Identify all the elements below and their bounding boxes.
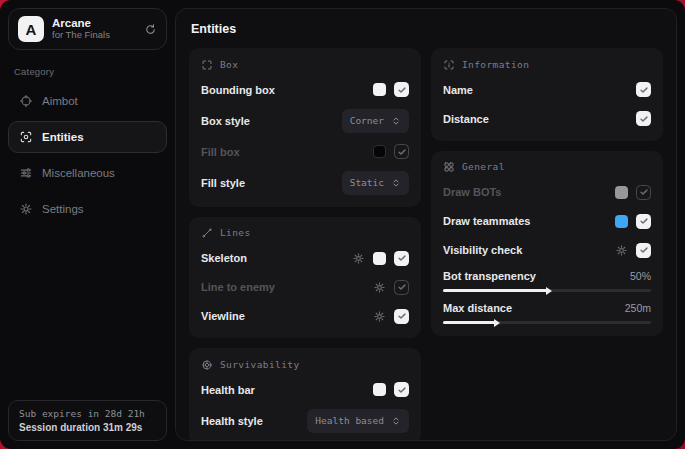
- app-stage: A Arcane for The Finals Category Aimbot …: [0, 0, 685, 449]
- name-checkbox[interactable]: [636, 82, 651, 97]
- box-style-dropdown[interactable]: Corner: [342, 109, 409, 133]
- max-distance-slider[interactable]: [443, 321, 651, 324]
- draw-bots-color-swatch[interactable]: [615, 186, 628, 199]
- sidebar-item-label: Entities: [42, 131, 84, 143]
- line-to-enemy-label: Line to enemy: [201, 281, 275, 293]
- skeleton-label: Skeleton: [201, 252, 247, 264]
- information-card: Information Name Distance: [431, 48, 663, 141]
- app-subtitle: for The Finals: [52, 30, 136, 41]
- max-distance-value: 250m: [625, 302, 651, 314]
- name-row: Name: [443, 80, 651, 100]
- box-card: Box Bounding box Box style: [189, 48, 421, 207]
- visibility-check-checkbox[interactable]: [636, 243, 651, 258]
- info-icon: [443, 58, 455, 71]
- fill-style-dropdown[interactable]: Static: [342, 171, 409, 195]
- line-to-enemy-row: Line to enemy: [201, 277, 409, 297]
- slider-fill: [443, 289, 547, 292]
- sidebar-item-aimbot[interactable]: Aimbot: [8, 85, 167, 117]
- box-style-value: Corner: [350, 115, 384, 126]
- health-bar-checkbox[interactable]: [394, 382, 409, 397]
- card-title: Lines: [220, 227, 251, 238]
- draw-bots-row: Draw BOTs: [443, 182, 651, 202]
- draw-bots-checkbox[interactable]: [636, 185, 651, 200]
- scan-icon: [19, 130, 33, 144]
- right-column: Information Name Distance: [431, 48, 663, 336]
- fill-box-checkbox[interactable]: [394, 144, 409, 159]
- sidebar-item-settings[interactable]: Settings: [8, 193, 167, 225]
- bot-transparency-control: Bot transpenency 50%: [443, 270, 651, 292]
- fill-box-color-swatch[interactable]: [373, 145, 386, 158]
- gear-icon: [19, 202, 33, 216]
- name-label: Name: [443, 84, 473, 96]
- health-bar-color-swatch[interactable]: [373, 383, 386, 396]
- box-icon: [201, 58, 213, 71]
- arcane-window: A Arcane for The Finals Category Aimbot …: [0, 0, 685, 449]
- bot-transparency-value: 50%: [630, 270, 651, 282]
- skeleton-color-swatch[interactable]: [373, 252, 386, 265]
- card-title: Box: [220, 59, 238, 70]
- fill-style-row: Fill style Static: [201, 171, 409, 195]
- line-to-enemy-checkbox[interactable]: [394, 280, 409, 295]
- crosshair-icon: [19, 94, 33, 108]
- visibility-check-row: Visibility check: [443, 240, 651, 260]
- sub-expires-text: Sub expires in 28d 21h: [19, 408, 156, 419]
- card-title: Information: [462, 59, 529, 70]
- sliders-icon: [19, 166, 33, 180]
- sidebar-item-entities[interactable]: Entities: [8, 121, 167, 153]
- subscription-card: Sub expires in 28d 21h Session duration …: [8, 400, 167, 441]
- sidebar-nav: Aimbot Entities Miscellaneous Settings: [8, 85, 167, 225]
- draw-teammates-row: Draw teammates: [443, 211, 651, 231]
- general-card: General Draw BOTs Draw teammates: [431, 151, 663, 337]
- chevron-updown-icon: [391, 412, 401, 430]
- lifebuoy-icon: [201, 358, 213, 371]
- refresh-icon[interactable]: [144, 23, 157, 36]
- health-bar-label: Health bar: [201, 384, 255, 396]
- skeleton-settings-gear-icon[interactable]: [352, 249, 365, 267]
- session-duration-text: Session duration 31m 29s: [19, 422, 156, 433]
- max-distance-label: Max distance: [443, 302, 512, 314]
- sidebar: A Arcane for The Finals Category Aimbot …: [0, 0, 175, 449]
- draw-teammates-checkbox[interactable]: [636, 214, 651, 229]
- box-style-label: Box style: [201, 115, 250, 127]
- skeleton-checkbox[interactable]: [394, 251, 409, 266]
- sidebar-item-miscellaneous[interactable]: Miscellaneous: [8, 157, 167, 189]
- bounding-box-checkbox[interactable]: [394, 82, 409, 97]
- grid-icon: [443, 161, 455, 174]
- fill-style-label: Fill style: [201, 177, 245, 189]
- health-style-label: Health style: [201, 415, 263, 427]
- sidebar-item-label: Settings: [42, 203, 84, 215]
- skeleton-row: Skeleton: [201, 248, 409, 268]
- app-logo-card: A Arcane for The Finals: [8, 8, 167, 50]
- line-to-enemy-settings-gear-icon[interactable]: [373, 278, 386, 296]
- visibility-settings-gear-icon[interactable]: [615, 241, 628, 259]
- distance-checkbox[interactable]: [636, 111, 651, 126]
- health-style-row: Health style Health based: [201, 409, 409, 433]
- line-icon: [201, 227, 213, 240]
- distance-row: Distance: [443, 109, 651, 129]
- visibility-check-label: Visibility check: [443, 244, 522, 256]
- bounding-box-row: Bounding box: [201, 80, 409, 100]
- lines-card: Lines Skeleton Line to enemy: [189, 217, 421, 339]
- health-bar-row: Health bar: [201, 380, 409, 400]
- slider-fill: [443, 321, 495, 324]
- health-style-value: Health based: [315, 415, 384, 426]
- viewline-settings-gear-icon[interactable]: [373, 307, 386, 325]
- bounding-box-color-swatch[interactable]: [373, 83, 386, 96]
- chevron-updown-icon: [391, 174, 401, 192]
- distance-label: Distance: [443, 113, 489, 125]
- max-distance-control: Max distance 250m: [443, 302, 651, 324]
- draw-teammates-label: Draw teammates: [443, 215, 530, 227]
- viewline-label: Viewline: [201, 310, 245, 322]
- bounding-box-label: Bounding box: [201, 84, 275, 96]
- page-title: Entities: [191, 22, 663, 36]
- health-style-dropdown[interactable]: Health based: [307, 409, 409, 433]
- main-panel: Entities Box Bounding box: [175, 8, 677, 441]
- viewline-checkbox[interactable]: [394, 309, 409, 324]
- app-logo: A: [18, 16, 44, 42]
- draw-teammates-color-swatch[interactable]: [615, 215, 628, 228]
- survivability-card: Survivability Health bar Health style: [189, 348, 421, 441]
- sidebar-item-label: Miscellaneous: [42, 167, 115, 179]
- fill-box-row: Fill box: [201, 142, 409, 162]
- bot-transparency-slider[interactable]: [443, 289, 651, 292]
- sidebar-item-label: Aimbot: [42, 95, 78, 107]
